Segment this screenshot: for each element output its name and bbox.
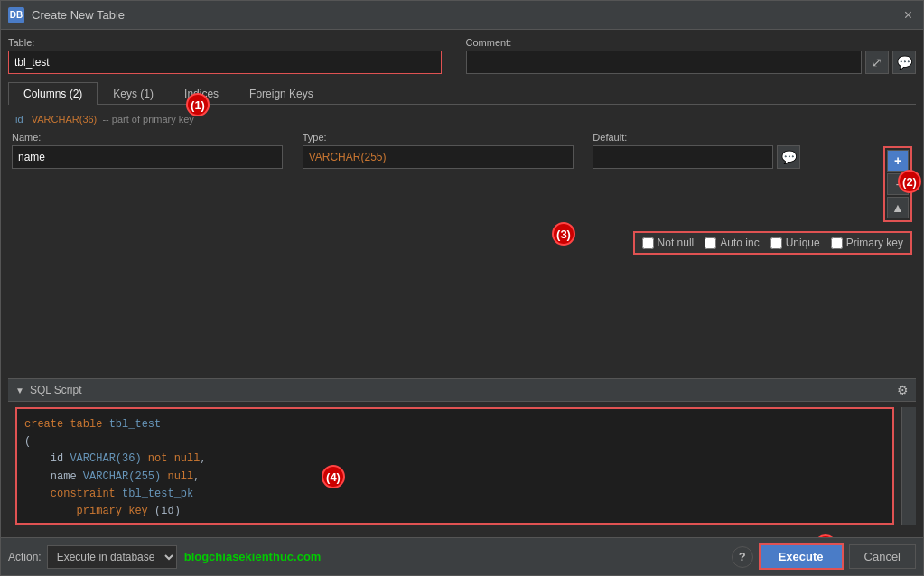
title-bar: DB Create New Table × [1, 1, 923, 30]
tab-foreign-keys[interactable]: Foreign Keys [234, 82, 329, 105]
unique-label: Unique [786, 237, 820, 249]
annotation-3: (3) [552, 222, 575, 246]
move-column-btn[interactable]: ▲ [887, 197, 909, 218]
col-info-name: id [15, 114, 23, 125]
default-label: Default: [593, 132, 876, 143]
comment-label: Comment: [466, 37, 917, 48]
not-null-checkbox[interactable] [642, 237, 654, 249]
execute-button[interactable]: Execute [759, 543, 844, 570]
cancel-button[interactable]: Cancel [849, 544, 916, 569]
comment-expand-btn[interactable]: ⤢ [865, 51, 889, 74]
app-icon: DB [8, 7, 24, 23]
close-button[interactable]: × [901, 7, 916, 23]
action-label: Action: [8, 551, 42, 563]
comment-row: ⤢ 💬 [466, 51, 917, 74]
annotation-1: (1) [186, 93, 210, 116]
col-info-comment: -- part of primary key [99, 114, 194, 125]
default-value-input[interactable] [593, 145, 773, 169]
not-null-label: Not null [658, 237, 695, 249]
auto-inc-group: Auto inc [705, 237, 759, 249]
columns-tab-content: id VARCHAR(36) -- part of primary key Na… [8, 108, 916, 530]
watermark: blogchiasekienthuc.com [184, 550, 322, 563]
sql-section: ▼ SQL Script ⚙ create table tbl_test ( i… [8, 378, 916, 530]
primary-key-checkbox[interactable] [831, 237, 843, 249]
col-info-type: VARCHAR(36) [32, 114, 98, 125]
table-label: Table: [8, 37, 459, 48]
type-field-group: Type: [303, 132, 586, 169]
type-label: Type: [303, 132, 586, 143]
window-title: Create New Table [32, 8, 901, 22]
tabs-bar: Columns (2) Keys (1) Indices Foreign Key… [8, 81, 916, 105]
sql-section-title: SQL Script [30, 384, 891, 396]
help-button[interactable]: ? [732, 546, 753, 568]
action-select[interactable]: Execute in database Generate SQL script [47, 545, 177, 569]
comment-input[interactable] [466, 51, 863, 74]
main-content: Table: Comment: ⤢ 💬 Columns (2) Keys (1) [1, 30, 923, 537]
table-comment-row: Table: Comment: ⤢ 💬 [8, 37, 916, 74]
primary-key-label: Primary key [846, 237, 903, 249]
sql-settings-gear[interactable]: ⚙ [897, 383, 909, 397]
auto-inc-label: Auto inc [720, 237, 759, 249]
create-table-window: DB Create New Table × Table: Comment: ⤢ … [0, 0, 924, 576]
primary-key-group: Primary key [831, 237, 903, 249]
footer-bar: Action: Execute in database Generate SQL… [1, 537, 923, 575]
annotation-2: (2) [898, 170, 921, 193]
sql-header: ▼ SQL Script ⚙ [8, 379, 916, 402]
sql-script-body: create table tbl_test ( id VARCHAR(36) n… [15, 407, 894, 525]
footer-right: ? Execute Cancel [732, 543, 916, 570]
annotation-4: (4) [322, 465, 345, 488]
table-name-input[interactable] [8, 51, 442, 74]
comment-group: Comment: ⤢ 💬 [466, 37, 917, 74]
column-info-row: id VARCHAR(36) -- part of primary key [12, 112, 912, 126]
name-field-group: Name: [12, 132, 295, 169]
tab-columns[interactable]: Columns (2) [8, 82, 98, 105]
tab-keys[interactable]: Keys (1) [98, 82, 169, 105]
column-constraints: Not null Auto inc Unique Primary ke [633, 231, 912, 255]
column-detail-row: Name: Type: Default: 💬 [12, 132, 912, 222]
unique-group: Unique [770, 237, 820, 249]
default-field-group: Default: 💬 [593, 132, 876, 169]
not-null-group: Not null [642, 237, 695, 249]
auto-inc-checkbox[interactable] [705, 237, 716, 249]
name-label: Name: [12, 132, 295, 143]
table-name-group: Table: [8, 37, 459, 74]
default-comment-btn[interactable]: 💬 [777, 145, 800, 169]
comment-icon-btn[interactable]: 💬 [892, 51, 916, 74]
column-name-input[interactable] [12, 145, 283, 169]
unique-checkbox[interactable] [770, 237, 782, 249]
annotation-5: (5) [814, 534, 837, 537]
column-type-input[interactable] [303, 145, 574, 169]
sql-collapse-arrow[interactable]: ▼ [15, 386, 24, 395]
add-column-btn[interactable]: + [887, 150, 909, 172]
columns-area: id VARCHAR(36) -- part of primary key Na… [8, 108, 916, 378]
